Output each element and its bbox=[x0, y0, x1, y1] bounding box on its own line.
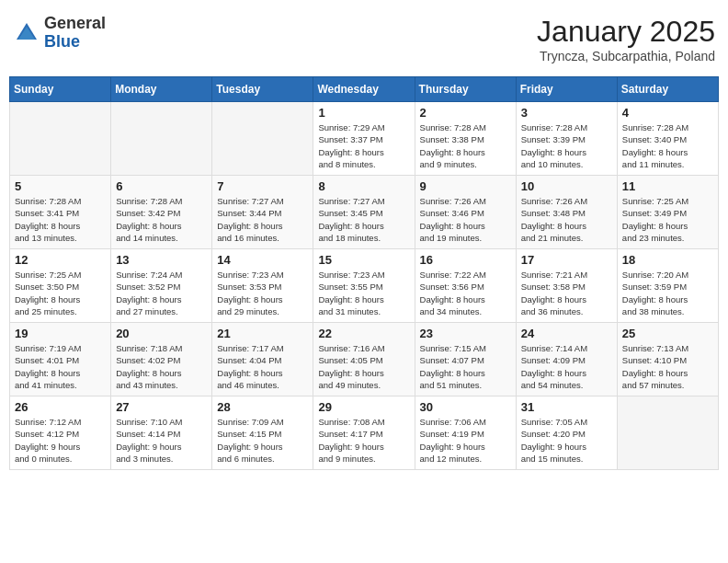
day-number: 29 bbox=[318, 400, 409, 414]
calendar-cell: 5Sunrise: 7:28 AM Sunset: 3:41 PM Daylig… bbox=[10, 176, 111, 249]
day-info: Sunrise: 7:29 AM Sunset: 3:37 PM Dayligh… bbox=[318, 121, 409, 170]
calendar-cell: 22Sunrise: 7:16 AM Sunset: 4:05 PM Dayli… bbox=[313, 323, 415, 396]
calendar-cell: 11Sunrise: 7:25 AM Sunset: 3:49 PM Dayli… bbox=[617, 176, 718, 249]
calendar-cell: 1Sunrise: 7:29 AM Sunset: 3:37 PM Daylig… bbox=[313, 102, 415, 176]
calendar-cell: 6Sunrise: 7:28 AM Sunset: 3:42 PM Daylig… bbox=[111, 176, 212, 249]
logo-general-text: General bbox=[44, 15, 106, 33]
logo: General Blue bbox=[13, 15, 106, 52]
day-number: 5 bbox=[15, 179, 106, 193]
calendar-cell: 20Sunrise: 7:18 AM Sunset: 4:02 PM Dayli… bbox=[111, 323, 212, 396]
calendar-week-row: 12Sunrise: 7:25 AM Sunset: 3:50 PM Dayli… bbox=[10, 249, 719, 323]
day-number: 26 bbox=[15, 400, 106, 414]
weekday-header-friday: Friday bbox=[516, 77, 617, 102]
day-number: 27 bbox=[116, 400, 207, 414]
day-number: 2 bbox=[420, 106, 511, 120]
day-number: 14 bbox=[217, 253, 308, 267]
day-number: 3 bbox=[521, 106, 612, 120]
day-number: 16 bbox=[420, 253, 511, 267]
calendar-cell: 3Sunrise: 7:28 AM Sunset: 3:39 PM Daylig… bbox=[516, 102, 617, 176]
day-info: Sunrise: 7:06 AM Sunset: 4:19 PM Dayligh… bbox=[420, 416, 511, 465]
day-info: Sunrise: 7:28 AM Sunset: 3:38 PM Dayligh… bbox=[420, 121, 511, 170]
day-number: 8 bbox=[318, 179, 409, 193]
calendar-cell: 25Sunrise: 7:13 AM Sunset: 4:10 PM Dayli… bbox=[617, 323, 718, 396]
calendar-cell: 26Sunrise: 7:12 AM Sunset: 4:12 PM Dayli… bbox=[10, 396, 111, 470]
calendar-cell: 14Sunrise: 7:23 AM Sunset: 3:53 PM Dayli… bbox=[212, 249, 313, 323]
calendar-cell: 30Sunrise: 7:06 AM Sunset: 4:19 PM Dayli… bbox=[415, 396, 516, 470]
calendar-cell bbox=[212, 102, 313, 176]
calendar-cell: 28Sunrise: 7:09 AM Sunset: 4:15 PM Dayli… bbox=[212, 396, 313, 470]
day-number: 7 bbox=[217, 179, 308, 193]
calendar-table: SundayMondayTuesdayWednesdayThursdayFrid… bbox=[9, 76, 719, 470]
calendar-cell: 18Sunrise: 7:20 AM Sunset: 3:59 PM Dayli… bbox=[617, 249, 718, 323]
weekday-header-thursday: Thursday bbox=[415, 77, 516, 102]
calendar-week-row: 19Sunrise: 7:19 AM Sunset: 4:01 PM Dayli… bbox=[10, 323, 719, 396]
calendar-cell: 19Sunrise: 7:19 AM Sunset: 4:01 PM Dayli… bbox=[10, 323, 111, 396]
day-info: Sunrise: 7:26 AM Sunset: 3:48 PM Dayligh… bbox=[521, 195, 612, 244]
day-number: 23 bbox=[420, 327, 511, 340]
day-number: 9 bbox=[420, 179, 511, 193]
day-info: Sunrise: 7:28 AM Sunset: 3:41 PM Dayligh… bbox=[15, 195, 106, 244]
day-info: Sunrise: 7:28 AM Sunset: 3:42 PM Dayligh… bbox=[116, 195, 207, 244]
calendar-cell: 12Sunrise: 7:25 AM Sunset: 3:50 PM Dayli… bbox=[10, 249, 111, 323]
day-number: 13 bbox=[116, 253, 207, 267]
day-info: Sunrise: 7:13 AM Sunset: 4:10 PM Dayligh… bbox=[622, 342, 713, 391]
day-info: Sunrise: 7:24 AM Sunset: 3:52 PM Dayligh… bbox=[116, 269, 207, 317]
day-info: Sunrise: 7:08 AM Sunset: 4:17 PM Dayligh… bbox=[318, 416, 409, 465]
day-number: 19 bbox=[15, 327, 106, 340]
day-number: 22 bbox=[318, 327, 409, 340]
weekday-header-saturday: Saturday bbox=[617, 77, 718, 102]
weekday-header-sunday: Sunday bbox=[10, 77, 111, 102]
day-info: Sunrise: 7:09 AM Sunset: 4:15 PM Dayligh… bbox=[217, 416, 308, 465]
calendar-cell bbox=[111, 102, 212, 176]
page-header: General Blue January 2025 Tryncza, Subca… bbox=[9, 9, 719, 69]
calendar-cell: 2Sunrise: 7:28 AM Sunset: 3:38 PM Daylig… bbox=[415, 102, 516, 176]
day-info: Sunrise: 7:23 AM Sunset: 3:53 PM Dayligh… bbox=[217, 269, 308, 317]
day-number: 28 bbox=[217, 400, 308, 414]
calendar-week-row: 5Sunrise: 7:28 AM Sunset: 3:41 PM Daylig… bbox=[10, 176, 719, 249]
weekday-header-monday: Monday bbox=[111, 77, 212, 102]
weekday-header-row: SundayMondayTuesdayWednesdayThursdayFrid… bbox=[10, 77, 719, 102]
calendar-cell: 4Sunrise: 7:28 AM Sunset: 3:40 PM Daylig… bbox=[617, 102, 718, 176]
weekday-header-tuesday: Tuesday bbox=[212, 77, 313, 102]
day-info: Sunrise: 7:27 AM Sunset: 3:44 PM Dayligh… bbox=[217, 195, 308, 244]
logo-blue-text: Blue bbox=[44, 33, 106, 52]
day-number: 18 bbox=[622, 253, 713, 267]
day-info: Sunrise: 7:19 AM Sunset: 4:01 PM Dayligh… bbox=[15, 342, 106, 391]
day-number: 11 bbox=[622, 179, 713, 193]
day-info: Sunrise: 7:20 AM Sunset: 3:59 PM Dayligh… bbox=[622, 269, 713, 317]
day-info: Sunrise: 7:28 AM Sunset: 3:40 PM Dayligh… bbox=[622, 121, 713, 170]
day-info: Sunrise: 7:14 AM Sunset: 4:09 PM Dayligh… bbox=[521, 342, 612, 391]
calendar-cell: 21Sunrise: 7:17 AM Sunset: 4:04 PM Dayli… bbox=[212, 323, 313, 396]
calendar-cell bbox=[617, 396, 718, 470]
calendar-cell bbox=[10, 102, 111, 176]
day-info: Sunrise: 7:10 AM Sunset: 4:14 PM Dayligh… bbox=[116, 416, 207, 465]
calendar-cell: 17Sunrise: 7:21 AM Sunset: 3:58 PM Dayli… bbox=[516, 249, 617, 323]
month-title: January 2025 bbox=[537, 15, 715, 49]
day-number: 24 bbox=[521, 327, 612, 340]
calendar-cell: 10Sunrise: 7:26 AM Sunset: 3:48 PM Dayli… bbox=[516, 176, 617, 249]
calendar-cell: 31Sunrise: 7:05 AM Sunset: 4:20 PM Dayli… bbox=[516, 396, 617, 470]
calendar-cell: 23Sunrise: 7:15 AM Sunset: 4:07 PM Dayli… bbox=[415, 323, 516, 396]
day-info: Sunrise: 7:18 AM Sunset: 4:02 PM Dayligh… bbox=[116, 342, 207, 391]
day-info: Sunrise: 7:17 AM Sunset: 4:04 PM Dayligh… bbox=[217, 342, 308, 391]
day-info: Sunrise: 7:05 AM Sunset: 4:20 PM Dayligh… bbox=[521, 416, 612, 465]
calendar-cell: 9Sunrise: 7:26 AM Sunset: 3:46 PM Daylig… bbox=[415, 176, 516, 249]
day-info: Sunrise: 7:26 AM Sunset: 3:46 PM Dayligh… bbox=[420, 195, 511, 244]
day-number: 12 bbox=[15, 253, 106, 267]
calendar-cell: 29Sunrise: 7:08 AM Sunset: 4:17 PM Dayli… bbox=[313, 396, 415, 470]
day-number: 17 bbox=[521, 253, 612, 267]
day-number: 20 bbox=[116, 327, 207, 340]
day-info: Sunrise: 7:25 AM Sunset: 3:49 PM Dayligh… bbox=[622, 195, 713, 244]
calendar-week-row: 1Sunrise: 7:29 AM Sunset: 3:37 PM Daylig… bbox=[10, 102, 719, 176]
day-number: 10 bbox=[521, 179, 612, 193]
calendar-cell: 16Sunrise: 7:22 AM Sunset: 3:56 PM Dayli… bbox=[415, 249, 516, 323]
day-info: Sunrise: 7:23 AM Sunset: 3:55 PM Dayligh… bbox=[318, 269, 409, 317]
calendar-cell: 27Sunrise: 7:10 AM Sunset: 4:14 PM Dayli… bbox=[111, 396, 212, 470]
day-info: Sunrise: 7:12 AM Sunset: 4:12 PM Dayligh… bbox=[15, 416, 106, 465]
day-number: 31 bbox=[521, 400, 612, 414]
day-number: 4 bbox=[622, 106, 713, 120]
day-info: Sunrise: 7:21 AM Sunset: 3:58 PM Dayligh… bbox=[521, 269, 612, 317]
calendar-cell: 13Sunrise: 7:24 AM Sunset: 3:52 PM Dayli… bbox=[111, 249, 212, 323]
day-info: Sunrise: 7:16 AM Sunset: 4:05 PM Dayligh… bbox=[318, 342, 409, 391]
location-text: Tryncza, Subcarpathia, Poland bbox=[537, 49, 715, 63]
